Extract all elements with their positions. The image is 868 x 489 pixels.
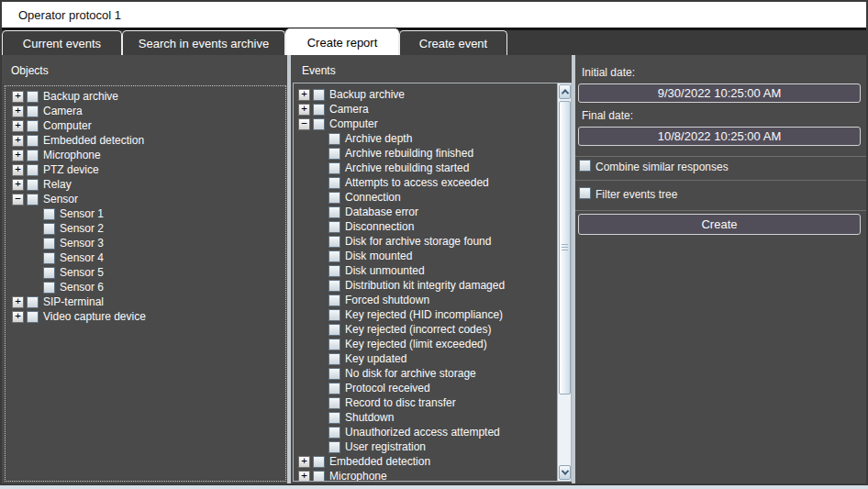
expand-icon[interactable]: + (298, 456, 310, 468)
checkbox[interactable] (328, 441, 340, 453)
checkbox[interactable] (328, 368, 340, 380)
events-item-key-rejected-hid-incompliance-[interactable]: Key rejected (HID incompliance) (294, 307, 571, 322)
scroll-thumb[interactable] (559, 101, 571, 395)
expand-icon[interactable]: + (12, 179, 24, 191)
events-item-computer[interactable]: −Computer (294, 117, 571, 131)
checkbox[interactable] (328, 280, 340, 292)
checkbox[interactable] (328, 383, 340, 395)
events-item-key-rejected-limit-exceeded-[interactable]: Key rejected (limit exceeded) (294, 337, 571, 351)
events-item-microphone[interactable]: +Microphone (294, 469, 571, 482)
checkbox[interactable] (27, 120, 39, 132)
final-date-field[interactable]: 10/8/2022 10:25:00 AM (578, 127, 861, 146)
expand-icon[interactable]: + (298, 104, 310, 116)
objects-item-embedded-detection[interactable]: +Embedded detection (6, 133, 285, 148)
events-tree[interactable]: +Backup archive+Camera−ComputerArchive d… (293, 83, 572, 482)
objects-tree[interactable]: +Backup archive+Camera+Computer+Embedded… (5, 85, 286, 482)
checkbox[interactable] (313, 471, 325, 483)
expand-icon[interactable]: + (12, 150, 24, 161)
events-item-connection[interactable]: Connection (294, 190, 571, 205)
checkbox[interactable] (328, 339, 340, 350)
objects-events-splitter[interactable] (287, 55, 291, 483)
events-item-key-rejected-incorrect-codes-[interactable]: Key rejected (incorrect codes) (294, 322, 571, 337)
checkbox[interactable] (27, 150, 39, 161)
checkbox[interactable] (328, 309, 340, 321)
objects-item-computer[interactable]: +Computer (6, 118, 285, 133)
checkbox[interactable] (27, 106, 39, 117)
expand-icon[interactable]: + (12, 135, 24, 147)
checkbox[interactable] (43, 267, 55, 279)
objects-item-sensor-1[interactable]: Sensor 1 (6, 206, 285, 221)
checkbox[interactable] (43, 238, 55, 250)
collapse-icon[interactable]: − (12, 194, 24, 206)
tab-create-report[interactable]: Create report (285, 28, 399, 55)
checkbox[interactable] (43, 282, 55, 294)
events-item-disk-mounted[interactable]: Disk mounted (294, 249, 571, 263)
tab-current-events[interactable]: Current events (2, 30, 122, 55)
checkbox[interactable] (313, 118, 325, 130)
events-item-disk-unmounted[interactable]: Disk unmounted (294, 263, 571, 278)
checkbox[interactable] (328, 397, 340, 409)
scroll-up-button[interactable] (559, 84, 571, 99)
filter-events-tree-checkbox[interactable] (579, 187, 591, 199)
checkbox[interactable] (313, 104, 325, 116)
scroll-down-button[interactable] (559, 465, 571, 480)
checkbox[interactable] (328, 221, 340, 233)
objects-item-ptz-device[interactable]: +PTZ device (6, 162, 285, 177)
expand-icon[interactable]: + (12, 311, 24, 323)
checkbox[interactable] (313, 89, 325, 101)
checkbox[interactable] (328, 250, 340, 262)
create-button[interactable]: Create (578, 214, 861, 235)
objects-item-relay[interactable]: +Relay (6, 177, 285, 192)
events-item-backup-archive[interactable]: +Backup archive (294, 87, 571, 102)
tab-search-in-events-archive[interactable]: Search in events archive (122, 30, 285, 55)
expand-icon[interactable]: + (298, 89, 310, 101)
checkbox[interactable] (328, 236, 340, 248)
checkbox[interactable] (328, 162, 340, 174)
objects-item-sensor-3[interactable]: Sensor 3 (6, 236, 285, 250)
events-item-camera[interactable]: +Camera (294, 102, 571, 117)
checkbox[interactable] (27, 91, 39, 103)
expand-icon[interactable]: + (12, 120, 24, 132)
checkbox[interactable] (328, 353, 340, 365)
events-item-archive-rebuilding-finished[interactable]: Archive rebuilding finished (294, 146, 571, 161)
expand-icon[interactable]: + (12, 164, 24, 176)
events-item-embedded-detection[interactable]: +Embedded detection (294, 454, 571, 469)
events-item-user-registration[interactable]: User registration (294, 439, 571, 454)
initial-date-field[interactable]: 9/30/2022 10:25:00 AM (578, 83, 861, 103)
checkbox[interactable] (27, 311, 39, 323)
checkbox[interactable] (43, 252, 55, 264)
tab-create-event[interactable]: Create event (399, 30, 507, 55)
events-item-unauthorized-access-attempted[interactable]: Unauthorized access attempted (294, 425, 571, 439)
checkbox[interactable] (328, 206, 340, 218)
events-item-distribution-kit-integrity-damaged[interactable]: Distribution kit integrity damaged (294, 278, 571, 293)
events-item-shutdown[interactable]: Shutdown (294, 410, 571, 425)
events-item-attempts-to-access-exceeded[interactable]: Attempts to access exceeded (294, 175, 571, 190)
objects-item-backup-archive[interactable]: +Backup archive (6, 89, 285, 104)
events-report-splitter[interactable] (572, 55, 575, 483)
checkbox[interactable] (328, 265, 340, 277)
events-item-archive-depth[interactable]: Archive depth (294, 131, 571, 146)
expand-icon[interactable]: + (12, 106, 24, 117)
events-scrollbar[interactable] (557, 83, 571, 481)
events-item-forced-shutdown[interactable]: Forced shutdown (294, 293, 571, 307)
checkbox[interactable] (43, 223, 55, 235)
checkbox[interactable] (328, 427, 340, 439)
events-item-protocol-received[interactable]: Protocol received (294, 381, 571, 395)
objects-item-sip-terminal[interactable]: +SIP-terminal (6, 295, 285, 309)
objects-item-video-capture-device[interactable]: +Video capture device (6, 309, 285, 324)
collapse-icon[interactable]: − (298, 118, 310, 130)
checkbox[interactable] (27, 194, 39, 206)
objects-item-sensor[interactable]: −Sensor (6, 192, 285, 206)
objects-item-sensor-4[interactable]: Sensor 4 (6, 250, 285, 265)
events-item-archive-rebuilding-started[interactable]: Archive rebuilding started (294, 161, 571, 175)
checkbox[interactable] (27, 164, 39, 176)
combine-similar-responses-checkbox[interactable] (579, 160, 591, 172)
checkbox[interactable] (328, 295, 340, 306)
checkbox[interactable] (328, 177, 340, 189)
objects-item-sensor-5[interactable]: Sensor 5 (6, 265, 285, 280)
checkbox[interactable] (27, 135, 39, 147)
checkbox[interactable] (328, 148, 340, 160)
objects-item-sensor-6[interactable]: Sensor 6 (6, 280, 285, 295)
events-item-disconnection[interactable]: Disconnection (294, 219, 571, 234)
objects-item-sensor-2[interactable]: Sensor 2 (6, 221, 285, 236)
